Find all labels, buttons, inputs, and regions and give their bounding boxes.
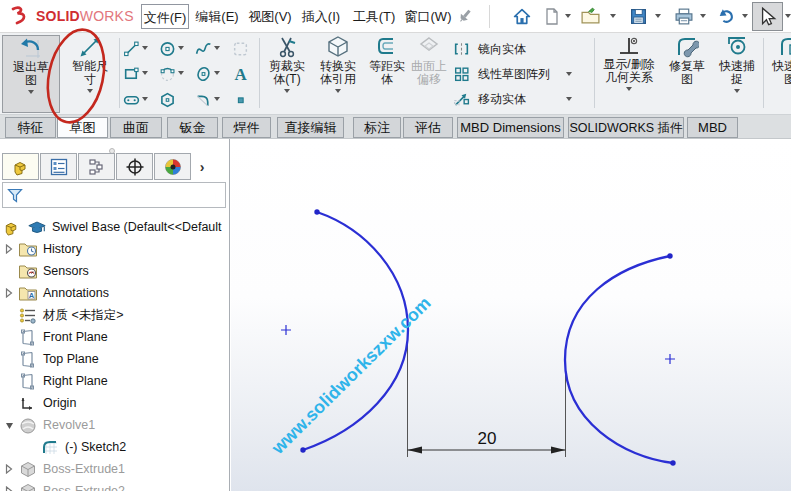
tab-sheet-metal[interactable]: 钣金 <box>167 117 218 138</box>
circle-caret[interactable] <box>178 46 184 53</box>
quick-snaps-caret[interactable] <box>734 89 740 96</box>
point-tool[interactable] <box>231 87 261 113</box>
print-dropdown-caret[interactable] <box>700 14 706 21</box>
spline-caret[interactable] <box>214 46 220 53</box>
circle-tool[interactable] <box>158 36 194 62</box>
spline-left-endpoint-top[interactable] <box>314 209 319 214</box>
pin-icon[interactable] <box>456 7 474 25</box>
arc-tool[interactable] <box>158 62 194 88</box>
rectangle-tool[interactable] <box>122 62 158 88</box>
convert-entities-button[interactable]: 转换实体引用 <box>313 35 363 113</box>
save-dropdown-caret[interactable] <box>655 14 661 21</box>
fillet-caret[interactable] <box>214 97 220 104</box>
tree-item-boss-extrude2[interactable]: Boss-Extrude2 <box>0 480 229 491</box>
arc-caret[interactable] <box>178 71 184 78</box>
tree-item-sketch2[interactable]: (-) Sketch2 <box>0 436 229 458</box>
convert-caret[interactable] <box>335 89 341 96</box>
open-dropdown-caret[interactable] <box>610 14 616 21</box>
trim-caret[interactable] <box>284 89 290 96</box>
mirror-entities-button[interactable]: 镜向实体 <box>452 37 526 61</box>
center-marker-left <box>281 325 291 335</box>
save-icon[interactable] <box>629 7 648 26</box>
menu-window[interactable]: 窗口(W) <box>403 4 453 29</box>
display-relations-button[interactable]: 显示/删除几何关系 <box>597 35 661 113</box>
text-tool[interactable]: A <box>231 62 261 88</box>
tab-mbd[interactable]: MBD <box>687 117 738 138</box>
spline-left-endpoint-bottom[interactable] <box>300 447 305 452</box>
menu-insert[interactable]: 插入(I) <box>300 4 342 29</box>
surface-offset-button[interactable]: 曲面上偏移 <box>406 35 452 113</box>
quick-snaps-button[interactable]: 快速捕捉 <box>713 35 761 113</box>
slot-tool[interactable] <box>122 87 158 113</box>
tree-item-material[interactable]: 材质 <未指定> <box>0 304 229 326</box>
tab-weldments[interactable]: 焊件 <box>222 117 271 138</box>
tab-dimxpertmanager[interactable] <box>116 153 153 180</box>
expand-arrow[interactable] <box>5 288 18 298</box>
line-caret[interactable] <box>142 46 148 53</box>
tree-item-annotations[interactable]: A Annotations <box>0 282 229 304</box>
tree-root-part[interactable]: Swivel Base (Default<<Default <box>0 216 229 238</box>
tree-item-boss-extrude1[interactable]: Boss-Extrude1 <box>0 458 229 480</box>
tree-item-sensors[interactable]: Sensors <box>0 260 229 282</box>
new-dropdown-caret[interactable] <box>565 14 571 21</box>
spline-tool[interactable] <box>194 36 231 62</box>
tree-item-top-plane[interactable]: Top Plane <box>0 348 229 370</box>
menu-tools[interactable]: 工具(T) <box>352 4 396 29</box>
trim-entities-button[interactable]: 剪裁实体(T) <box>262 35 312 113</box>
spline-right-endpoint-bottom[interactable] <box>670 460 675 465</box>
collapse-arrow[interactable] <box>5 421 18 430</box>
tree-item-history[interactable]: History <box>0 238 229 260</box>
tab-markup[interactable]: 标注 <box>353 117 401 138</box>
tree-item-right-plane[interactable]: Right Plane <box>0 370 229 392</box>
fillet-tool[interactable] <box>194 87 231 113</box>
open-icon[interactable] <box>580 7 601 26</box>
exit-sketch-caret[interactable] <box>28 90 34 97</box>
tab-solidworks-addins[interactable]: SOLIDWORKS 插件 <box>568 117 684 138</box>
quick-sketch-button[interactable]: 快速草图 <box>766 35 791 113</box>
tree-filter-box[interactable] <box>2 182 226 208</box>
tab-mbd-dimensions[interactable]: MBD Dimensions <box>457 117 564 138</box>
panel-tabs-overflow-arrow[interactable]: › <box>192 153 212 180</box>
expand-arrow[interactable] <box>5 464 18 474</box>
menu-file[interactable]: 文件(F) <box>141 4 189 29</box>
display-relations-caret[interactable] <box>626 87 632 94</box>
expand-arrow[interactable] <box>5 244 18 254</box>
offset-entities-button[interactable]: 等距实体 <box>364 35 410 113</box>
select-tool-button[interactable] <box>752 2 783 31</box>
tab-direct-editing[interactable]: 直接编辑 <box>277 117 344 138</box>
menu-edit[interactable]: 编辑(E) <box>194 4 240 29</box>
polygon-tool[interactable] <box>158 87 194 113</box>
plane-icon <box>18 372 38 391</box>
tree-item-origin[interactable]: Origin <box>0 392 229 414</box>
ghost-rectangle-tool[interactable] <box>231 36 261 62</box>
tree-item-front-plane[interactable]: Front Plane <box>0 326 229 348</box>
new-document-icon[interactable] <box>543 7 561 26</box>
line-tool[interactable] <box>122 36 158 62</box>
tab-displaymanager[interactable] <box>154 153 191 180</box>
move-entities-button[interactable]: 移动实体 <box>452 87 526 111</box>
undo-icon[interactable] <box>716 7 736 26</box>
spline-right-endpoint-top[interactable] <box>667 253 672 258</box>
ellipse-tool[interactable] <box>194 62 231 88</box>
tab-propertymanager[interactable] <box>40 153 77 180</box>
menu-view[interactable]: 视图(V) <box>247 4 293 29</box>
ellipse-caret[interactable] <box>214 71 220 78</box>
rectangle-caret[interactable] <box>142 71 148 78</box>
graphics-area[interactable]: 20 www.solidworkszxw.com <box>231 139 791 491</box>
move-entities-caret[interactable] <box>566 97 572 104</box>
linear-pattern-button[interactable]: 线性草图阵列 <box>452 62 550 86</box>
linear-pattern-caret[interactable] <box>566 72 572 79</box>
undo-dropdown-caret[interactable] <box>742 14 748 21</box>
select-dropdown-caret[interactable] <box>785 14 791 21</box>
tree-item-revolve1[interactable]: Revolve1 <box>0 414 229 436</box>
dimension-value[interactable]: 20 <box>478 429 497 448</box>
slot-caret[interactable] <box>142 97 148 104</box>
tab-featuremanager[interactable] <box>2 153 39 180</box>
print-icon[interactable] <box>674 7 694 26</box>
tab-configurationmanager[interactable] <box>78 153 115 180</box>
expand-arrow[interactable] <box>5 486 18 491</box>
tab-evaluate[interactable]: 评估 <box>403 117 453 138</box>
home-icon[interactable] <box>512 7 532 26</box>
spline-right[interactable] <box>565 256 673 463</box>
repair-sketch-button[interactable]: 修复草图 <box>663 35 711 113</box>
